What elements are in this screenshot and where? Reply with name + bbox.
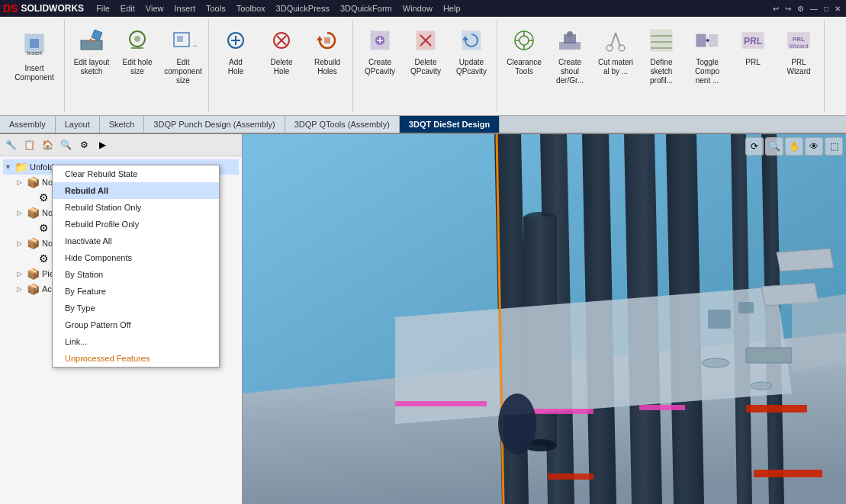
tree-btn-search[interactable]: 🔍 (57, 136, 74, 153)
svg-rect-72 (532, 409, 593, 414)
ctx-inactivate-all[interactable]: Inactivate All (53, 233, 219, 249)
tree-no3-icon: 📦 (27, 237, 40, 249)
svg-rect-81 (708, 310, 731, 329)
create-qpcavity-icon (365, 25, 395, 56)
tab-punch-design[interactable]: 3DQP Punch Design (Assembly) (144, 116, 285, 133)
define-sketch-label: Definesketchprofil... (650, 58, 673, 85)
menu-tools[interactable]: Tools (201, 2, 230, 14)
tab-assembly[interactable]: Assembly (0, 116, 56, 133)
vp-section-button[interactable]: ⬚ (825, 137, 843, 156)
ctx-by-feature[interactable]: By Feature (53, 283, 219, 300)
svg-text:Insert: Insert (27, 50, 43, 56)
prl-button[interactable]: PRL PRL (731, 21, 775, 90)
tree-no3-label: No (42, 239, 53, 248)
redo-button[interactable]: ↪ (783, 4, 793, 14)
ctx-by-type[interactable]: By Type (53, 300, 219, 316)
tree-item-label: Unfold (30, 162, 54, 172)
tree-item-icon: 📁 (14, 161, 27, 173)
vp-pan-button[interactable]: ✋ (785, 137, 803, 156)
vp-rotate-button[interactable]: ⟳ (745, 137, 764, 156)
ctx-unprocessed[interactable]: Unprocessed Features (53, 350, 219, 367)
prl-icon: PRL (738, 25, 768, 56)
ctx-by-station[interactable]: By Station (53, 266, 219, 283)
tree-no2-icon: 📦 (27, 207, 40, 219)
tree-btn-layout[interactable]: 📋 (21, 136, 37, 153)
minimize-button[interactable]: — (808, 4, 820, 14)
vp-zoom-button[interactable]: 🔍 (765, 137, 783, 156)
tree-btn-home[interactable]: 🏠 (39, 136, 56, 153)
vp-view-button[interactable]: 👁 (805, 137, 823, 156)
svg-rect-46 (696, 34, 706, 47)
menu-insert[interactable]: Insert (169, 2, 200, 14)
maximize-button[interactable]: □ (822, 4, 831, 14)
ctx-link[interactable]: Link... (53, 333, 219, 350)
update-qpcavity-label: UpdateQPcavity (456, 58, 487, 76)
3d-viewport[interactable]: ⟳ 🔍 ✋ 👁 ⬚ (243, 134, 846, 504)
edit-hole-size-button[interactable]: Edit holesize (115, 21, 159, 90)
create-shoulder-label: Create shoulder/Gr... (550, 58, 590, 85)
tree-expand-icon: ▷ (17, 285, 24, 293)
clearance-tools-button[interactable]: ClearanceTools (502, 21, 546, 90)
menu-help[interactable]: Help (439, 2, 465, 14)
rebuild-holes-icon (312, 25, 343, 56)
app-logo: DS SOLIDWORKS (3, 2, 84, 14)
toggle-component-label: ToggleComponent ... (695, 58, 719, 85)
tree-btn-assembly[interactable]: 🔧 (2, 136, 19, 153)
tree-no3-sub-icon: ⚙ (39, 252, 49, 265)
clearance-tools-label: ClearanceTools (507, 58, 542, 76)
menu-file[interactable]: File (92, 2, 114, 14)
insert-component-button[interactable]: Insert InsertComponent (8, 21, 61, 90)
ctx-rebuild-all[interactable]: Rebuild All (53, 182, 219, 199)
update-qpcavity-button[interactable]: UpdateQPcavity (449, 21, 494, 90)
app-name: SOLIDWORKS (21, 3, 84, 14)
menu-3dquickpress[interactable]: 3DQuickPress (272, 2, 334, 14)
options-button[interactable]: ⚙ (795, 4, 806, 14)
tree-no2-sub-icon: ⚙ (39, 222, 49, 234)
tab-sketch[interactable]: Sketch (100, 116, 145, 133)
menu-toolbox[interactable]: Toolbox (232, 2, 270, 14)
cut-material-button[interactable]: Cut material by ... (593, 21, 638, 90)
delete-qpcavity-button[interactable]: DeleteQPcavity (404, 21, 448, 90)
tab-qtools[interactable]: 3DQP QTools (Assembly) (285, 116, 400, 133)
ctx-group-pattern-off[interactable]: Group Pattern Off (53, 316, 219, 333)
insert-component-icon: Insert (16, 25, 53, 62)
create-shoulder-button[interactable]: Create shoulder/Gr... (548, 21, 592, 90)
ctx-hide-components[interactable]: Hide Components (53, 249, 219, 266)
delete-hole-button[interactable]: DeleteHole (259, 21, 304, 90)
tree-expand-icon: ▷ (17, 270, 24, 278)
menu-window[interactable]: Window (398, 2, 437, 14)
add-hole-label: AddHole (228, 58, 244, 76)
menu-view[interactable]: View (141, 2, 169, 14)
edit-component-size-button[interactable]: ↔ Edit componentsize (161, 21, 205, 90)
toggle-component-button[interactable]: ToggleComponent ... (685, 21, 729, 90)
create-shoulder-icon (555, 25, 585, 56)
tab-layout[interactable]: Layout (56, 116, 100, 133)
rebuild-holes-button[interactable]: RebuildHoles (305, 21, 349, 90)
menu-3dquickform[interactable]: 3DQuickForm (336, 2, 397, 14)
ctx-rebuild-station[interactable]: Rebuild Station Only (53, 199, 219, 216)
edit-layout-sketch-button[interactable]: Edit layoutsketch (69, 21, 114, 90)
svg-point-69 (751, 382, 772, 390)
tree-expand-icon: ▷ (17, 239, 24, 247)
ribbon-content: Insert InsertComponent Edit layoutsketch (0, 17, 846, 115)
svg-text:Wizard: Wizard (790, 43, 809, 50)
tree-btn-settings[interactable]: ⚙ (76, 136, 92, 153)
tab-dieset[interactable]: 3DQT DieSet Design (400, 116, 500, 133)
add-hole-button[interactable]: AddHole (214, 21, 258, 90)
window-controls: ↩ ↪ ⚙ — □ ✕ (770, 4, 843, 14)
define-sketch-button[interactable]: Definesketchprofil... (639, 21, 684, 90)
close-button[interactable]: ✕ (832, 4, 843, 14)
svg-rect-74 (746, 405, 807, 413)
create-qpcavity-button[interactable]: CreateQPcavity (358, 21, 402, 90)
svg-line-40 (611, 33, 616, 47)
menu-edit[interactable]: Edit (116, 2, 140, 14)
svg-rect-71 (395, 401, 487, 406)
edit-hole-size-icon (122, 25, 153, 56)
ctx-rebuild-profile[interactable]: Rebuild Profile Only (53, 216, 219, 233)
undo-button[interactable]: ↩ (770, 4, 781, 14)
tree-ac-icon: 📦 (27, 283, 40, 295)
tree-btn-play[interactable]: ▶ (94, 136, 111, 153)
wizard-button[interactable]: PRL Wizard PRLWizard (777, 21, 821, 90)
ctx-clear-rebuild[interactable]: Clear Rebuild State (53, 165, 219, 182)
wizard-icon: PRL Wizard (783, 25, 814, 56)
